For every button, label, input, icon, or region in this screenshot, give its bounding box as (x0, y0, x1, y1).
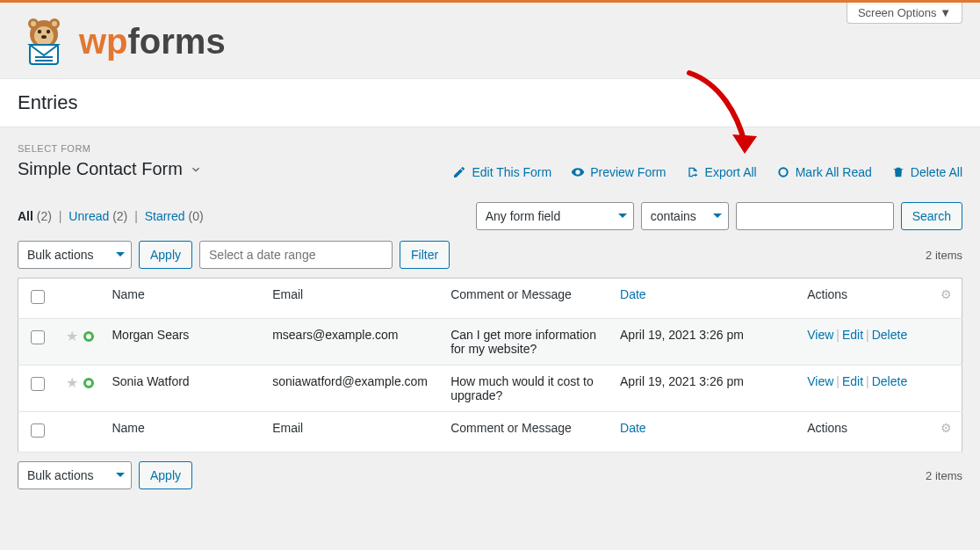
unread-indicator-icon (83, 331, 94, 342)
select-all-checkbox[interactable] (31, 290, 45, 304)
screen-options-label: Screen Options (858, 6, 937, 19)
search-field-select[interactable]: Any form field (476, 202, 634, 230)
row-delete-link[interactable]: Delete (872, 328, 907, 342)
filter-starred-count: (0) (189, 209, 204, 223)
svg-point-3 (31, 21, 36, 26)
col-header-actions: Actions (798, 279, 932, 319)
brand-wordmark: wpforms (79, 22, 226, 62)
filter-unread-label: Unread (68, 209, 109, 223)
star-icon[interactable]: ★ (66, 328, 78, 344)
mark-all-read-link[interactable]: Mark All Read (776, 165, 872, 179)
brand-wp: wp (79, 22, 128, 61)
form-name: Simple Contact Form (18, 159, 183, 179)
cell-name: Sonia Watford (103, 365, 263, 412)
cell-email: soniawatford@example.com (263, 365, 442, 412)
table-row: ★Sonia Watfordsoniawatford@example.comHo… (18, 365, 962, 412)
search-group: Any form field contains Search (476, 202, 962, 230)
gear-icon[interactable]: ⚙ (940, 421, 952, 435)
cell-message: How much would it cost to upgrade? (442, 365, 611, 412)
col-footer-actions: Actions (798, 412, 932, 452)
filter-starred-label: Starred (145, 209, 185, 223)
form-action-links: Edit This Form Preview Form Export All M… (452, 165, 962, 179)
svg-point-4 (52, 21, 57, 26)
row-edit-link[interactable]: Edit (842, 328, 863, 342)
col-header-date[interactable]: Date (620, 287, 646, 301)
apply-bulk-button[interactable]: Apply (139, 241, 192, 269)
export-all-label: Export All (705, 165, 757, 179)
delete-all-link[interactable]: Delete All (891, 165, 962, 179)
eye-icon (571, 165, 585, 179)
search-operator-select[interactable]: contains (641, 202, 729, 230)
brand-logo: wpforms (18, 3, 962, 68)
filter-unread-count: (2) (112, 209, 127, 223)
separator: | (866, 374, 869, 388)
col-footer-message[interactable]: Comment or Message (442, 412, 611, 452)
cell-message: Can I get more information for my websit… (442, 319, 611, 365)
separator: | (836, 328, 839, 342)
col-footer-email[interactable]: Email (263, 412, 442, 452)
page-title: Entries (0, 78, 980, 127)
row-checkbox[interactable] (31, 330, 45, 344)
entries-table: Name Email Comment or Message Date Actio… (18, 278, 962, 452)
wpforms-mascot-icon (18, 15, 70, 68)
separator: | (836, 374, 839, 388)
filter-all[interactable]: All (18, 209, 33, 223)
edit-form-link[interactable]: Edit This Form (452, 165, 551, 179)
col-header-name[interactable]: Name (103, 279, 263, 319)
unread-indicator-icon (83, 378, 94, 388)
svg-point-6 (38, 30, 41, 33)
filter-unread[interactable]: Unread (68, 209, 109, 223)
chevron-down-icon (190, 163, 202, 176)
row-delete-link[interactable]: Delete (872, 374, 907, 388)
bulk-actions-select[interactable]: Bulk actions (18, 241, 132, 269)
cell-date: April 19, 2021 3:26 pm (611, 365, 798, 412)
select-form-label: SELECT FORM (18, 143, 202, 154)
brand-forms: forms (128, 22, 226, 61)
bulk-actions-select-bottom[interactable]: Bulk actions (18, 461, 132, 489)
col-header-email[interactable]: Email (263, 279, 442, 319)
filter-button[interactable]: Filter (400, 241, 450, 269)
delete-all-label: Delete All (911, 165, 962, 179)
trash-icon (891, 165, 905, 179)
table-row: ★Morgan Searsmsears@example.comCan I get… (18, 319, 962, 365)
items-count-bottom: 2 items (926, 469, 962, 482)
col-footer-date[interactable]: Date (620, 421, 646, 435)
preview-form-link[interactable]: Preview Form (571, 165, 666, 179)
svg-marker-14 (732, 134, 757, 154)
separator: | (134, 209, 138, 223)
row-edit-link[interactable]: Edit (842, 374, 863, 388)
items-count-top: 2 items (926, 249, 962, 262)
header-area: Screen Options ▼ wpforms (0, 3, 980, 78)
filter-all-count: (2) (37, 209, 52, 223)
separator: | (866, 328, 869, 342)
row-view-link[interactable]: View (807, 328, 833, 342)
col-header-message[interactable]: Comment or Message (442, 279, 611, 319)
pencil-icon (452, 165, 466, 179)
svg-point-13 (779, 168, 787, 176)
gear-icon[interactable]: ⚙ (940, 287, 952, 301)
form-selector[interactable]: Simple Contact Form (18, 159, 202, 179)
apply-bulk-button-bottom[interactable]: Apply (139, 461, 192, 489)
cell-actions: View|Edit|Delete (798, 365, 962, 412)
cell-actions: View|Edit|Delete (798, 319, 962, 365)
row-checkbox[interactable] (31, 377, 45, 391)
cell-email: msears@example.com (263, 319, 442, 365)
row-view-link[interactable]: View (807, 374, 833, 388)
filter-starred[interactable]: Starred (145, 209, 185, 223)
cell-date: April 19, 2021 3:26 pm (611, 319, 798, 365)
svg-point-8 (41, 35, 47, 39)
select-all-checkbox-footer[interactable] (31, 423, 45, 438)
col-footer-name[interactable]: Name (103, 412, 263, 452)
search-button[interactable]: Search (901, 202, 962, 230)
separator: | (59, 209, 62, 223)
circle-icon (776, 165, 790, 179)
svg-point-7 (47, 30, 50, 33)
mark-all-read-label: Mark All Read (796, 165, 872, 179)
export-all-link[interactable]: Export All (686, 165, 757, 179)
search-input[interactable] (736, 202, 894, 230)
date-range-input[interactable] (199, 241, 393, 269)
star-icon[interactable]: ★ (66, 374, 78, 391)
status-filters: All (2) | Unread (2) | Starred (0) (18, 209, 204, 223)
preview-form-label: Preview Form (590, 165, 666, 179)
screen-options-button[interactable]: Screen Options ▼ (847, 3, 962, 24)
